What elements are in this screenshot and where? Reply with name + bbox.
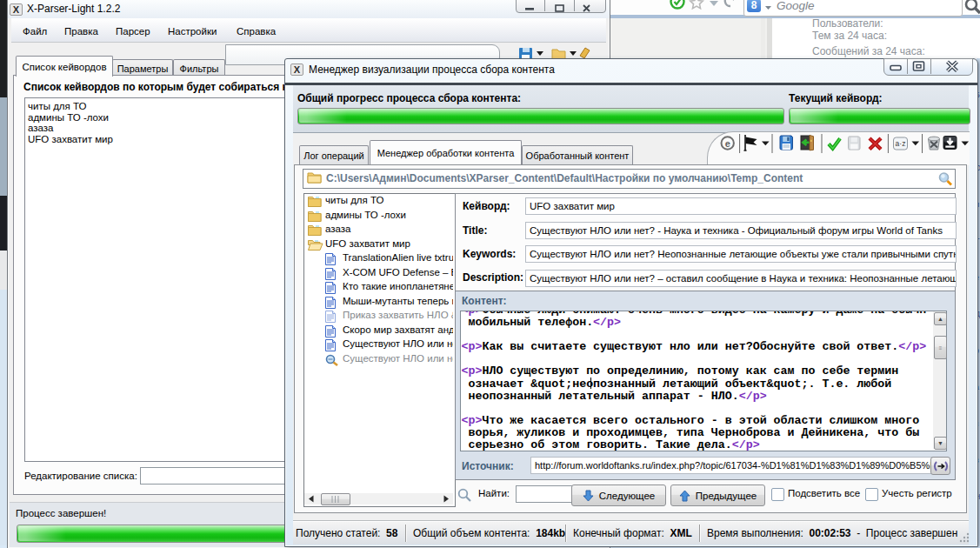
svg-text:e: e [725, 138, 730, 149]
svg-text:a·z: a·z [896, 139, 906, 148]
